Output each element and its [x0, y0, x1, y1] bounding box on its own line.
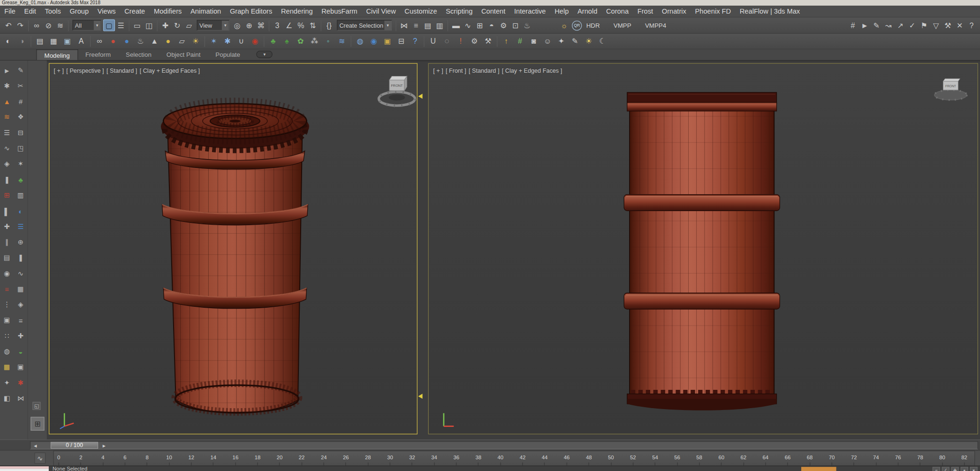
- crate-icon[interactable]: ⊟: [395, 35, 408, 47]
- time-slider-track[interactable]: ◀ 0 / 100 ▶: [30, 441, 978, 449]
- select-by-name-icon[interactable]: ☰: [115, 19, 127, 31]
- sun-icon[interactable]: ☀: [582, 35, 595, 47]
- sidebar-tool-icon[interactable]: ▥: [15, 189, 26, 202]
- select-object-icon[interactable]: ▢: [103, 19, 115, 31]
- menu-tools[interactable]: Tools: [40, 5, 65, 17]
- chalkboard-icon[interactable]: A: [75, 35, 88, 47]
- gear-icon[interactable]: ⚙: [468, 35, 481, 47]
- menu-scripting[interactable]: Scripting: [441, 5, 477, 17]
- pencil-icon[interactable]: ✎: [871, 19, 882, 31]
- menu-rebusfarm[interactable]: RebusFarm: [317, 5, 362, 17]
- render-setup-icon[interactable]: ⚙: [497, 19, 509, 31]
- menu-file[interactable]: File: [0, 5, 20, 17]
- sidebar-tool-icon[interactable]: ✚: [15, 329, 26, 342]
- sidebar-tool-icon[interactable]: ▌: [1, 205, 13, 218]
- percent-snap-toggle-icon[interactable]: %: [295, 19, 307, 31]
- viewport-menu-segment[interactable]: [ Clay + Edged Faces ]: [502, 67, 562, 74]
- help-circle-icon[interactable]: ?: [408, 35, 422, 47]
- sidebar-tool-icon[interactable]: ❖: [15, 111, 26, 124]
- slate-icon[interactable]: ▤: [33, 35, 47, 47]
- menu-animation[interactable]: Animation: [186, 5, 226, 17]
- sidebar-tool-icon[interactable]: ♣: [15, 173, 26, 186]
- orbit-icon[interactable]: ◍: [353, 35, 367, 47]
- sidebar-tool-icon[interactable]: ∿: [1, 142, 13, 155]
- close-icon[interactable]: ✕: [954, 19, 965, 31]
- vmpp4-button[interactable]: VMPP4: [643, 22, 669, 29]
- lightbulb-icon[interactable]: ☼: [558, 19, 570, 31]
- viewport-menu-segment[interactable]: [ Front ]: [446, 67, 466, 74]
- render-production-icon[interactable]: ♨: [521, 19, 533, 31]
- angle-status-icon[interactable]: ∠: [942, 467, 950, 471]
- bind-to-space-warp-icon[interactable]: ≋: [54, 19, 66, 31]
- barrel-model-perspective[interactable]: [49, 64, 417, 434]
- moon-icon[interactable]: ☾: [596, 35, 609, 47]
- snaps-toggle-icon[interactable]: 3: [271, 19, 283, 31]
- ribbon-tab-object-paint[interactable]: Object Paint: [159, 49, 208, 60]
- sidebar-tool-icon[interactable]: ☰: [1, 126, 13, 139]
- grid-green-icon[interactable]: #: [513, 35, 527, 47]
- viewcube-top-face[interactable]: [389, 76, 407, 80]
- hdr-button[interactable]: HDR: [584, 22, 602, 29]
- sidebar-tool-icon[interactable]: ▣: [1, 314, 13, 327]
- sidebar-tool-icon[interactable]: ⊞: [1, 189, 13, 202]
- ribbon-tab-populate[interactable]: Populate: [208, 49, 248, 60]
- sidebar-tool-icon[interactable]: ✂: [15, 79, 26, 92]
- angle-snap-toggle-icon[interactable]: ∠: [283, 19, 295, 31]
- sidebar-tool-icon[interactable]: ∥: [1, 236, 13, 249]
- sidebar-tool-icon[interactable]: ∷: [1, 329, 13, 342]
- viewport-menu-segment[interactable]: [ Standard ]: [469, 67, 499, 74]
- flag-icon[interactable]: ⚑: [918, 19, 930, 31]
- menu-phoenix-fd[interactable]: Phoenix FD: [691, 5, 735, 17]
- image-icon[interactable]: ▣: [61, 35, 74, 47]
- maximize-viewport-icon[interactable]: ◱: [32, 402, 40, 410]
- box-stack-icon[interactable]: ▣: [380, 35, 394, 47]
- sidebar-tool-icon[interactable]: ≡: [15, 314, 26, 327]
- lock-selection-status-icon[interactable]: ∎: [961, 467, 968, 471]
- transform-gizmo-status-icon[interactable]: ✚: [951, 467, 959, 471]
- menu-arnold[interactable]: Arnold: [573, 5, 602, 17]
- viewport-menu-segment[interactable]: [ + ]: [433, 67, 443, 74]
- menu-rendering[interactable]: Rendering: [277, 5, 317, 17]
- grid-snap-status-icon[interactable]: #: [933, 467, 940, 471]
- edit-named-selection-sets-icon[interactable]: {}: [323, 19, 335, 31]
- grid-dots-icon[interactable]: #: [847, 19, 858, 31]
- star-icon[interactable]: ✶: [207, 35, 220, 47]
- sidebar-tool-icon[interactable]: ∿: [15, 267, 26, 280]
- sphere-yellow-icon[interactable]: ●: [161, 35, 175, 47]
- sidebar-tool-icon[interactable]: ✱: [1, 79, 13, 92]
- hammer-icon[interactable]: ⚒: [942, 19, 954, 31]
- menu-create[interactable]: Create: [120, 5, 150, 17]
- droplet-icon[interactable]: ◦: [321, 35, 335, 47]
- check-icon[interactable]: ✓: [906, 19, 918, 31]
- material-editor-icon[interactable]: ◓: [486, 19, 497, 31]
- menu-group[interactable]: Group: [65, 5, 93, 17]
- arrow-up-right-icon[interactable]: ↗: [894, 19, 906, 31]
- menu-civil-view[interactable]: Civil View: [362, 5, 400, 17]
- mini-curve-editor-button[interactable]: ∿: [34, 453, 46, 464]
- walk-icon[interactable]: ✦: [555, 35, 568, 47]
- next-frame-button[interactable]: ▶: [100, 441, 107, 448]
- earth-icon[interactable]: ◉: [367, 35, 380, 47]
- toggle-scene-explorer-icon[interactable]: ▤: [422, 19, 433, 31]
- viewport-menu-segment[interactable]: [ Standard ]: [106, 67, 137, 74]
- sidebar-tool-icon[interactable]: ◧: [1, 392, 13, 405]
- sidebar-tool-icon[interactable]: ▣: [15, 361, 26, 374]
- link-chain-icon[interactable]: ∞: [92, 35, 106, 47]
- magnet-icon[interactable]: U: [426, 35, 440, 47]
- viewcube-top-face[interactable]: [943, 79, 960, 81]
- menu-interactive[interactable]: Interactive: [510, 5, 550, 17]
- spinner-snap-toggle-icon[interactable]: ⇅: [307, 19, 319, 31]
- sidebar-tool-icon[interactable]: ≋: [1, 111, 13, 124]
- spray-icon[interactable]: ⁂: [307, 35, 321, 47]
- viewcube[interactable]: FRONT: [932, 75, 969, 104]
- rectangular-selection-region-icon[interactable]: ▭: [131, 19, 143, 31]
- menu-ornatrix[interactable]: Ornatrix: [657, 5, 691, 17]
- viewport-menu-segment[interactable]: [ + ]: [54, 67, 64, 74]
- align-icon[interactable]: ≡: [410, 19, 422, 31]
- sidebar-tool-icon[interactable]: ▦: [1, 361, 13, 374]
- paint-icon[interactable]: ✎: [568, 35, 582, 47]
- sidebar-tool-icon[interactable]: #: [15, 95, 26, 108]
- menu-edit[interactable]: Edit: [20, 5, 40, 17]
- schematic-view-icon[interactable]: ⊞: [474, 19, 486, 31]
- viewport-perspective[interactable]: [ + ][ Perspective ][ Standard ][ Clay +…: [49, 63, 418, 434]
